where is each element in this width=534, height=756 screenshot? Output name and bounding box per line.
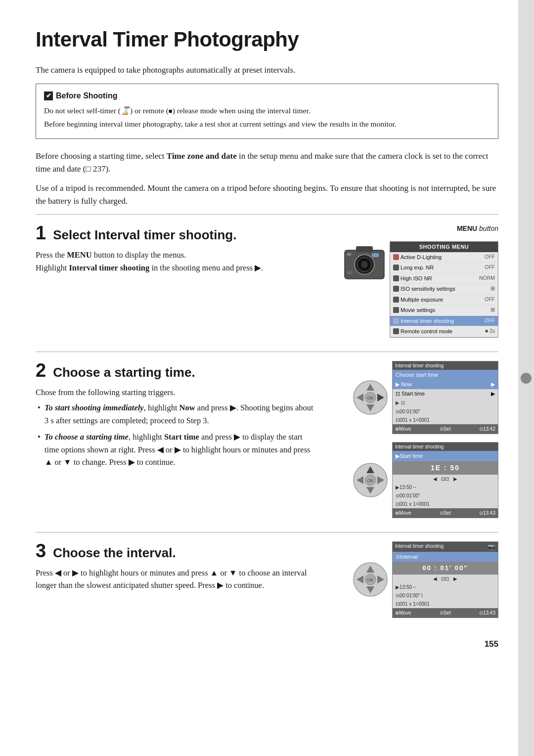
step-3-body: Press ◀ or ▶ to highlight hours or minut… [36,567,318,592]
body-para-1: Before choosing a starting time, select … [36,150,498,175]
svg-rect-7 [347,253,351,256]
svg-point-4 [361,261,368,268]
step-1-right: MENU button SHOOTING MENU [330,223,498,338]
svg-rect-6 [347,271,352,274]
right-page-icon [521,373,532,384]
right-page-bar [518,0,534,756]
svg-text:OK: OK [367,478,373,483]
step-1-number: 1 [36,223,46,242]
page-title: Interval Timer Photography [36,24,498,55]
svg-rect-1 [356,246,373,252]
step-1-section: 1 Select Interval timer shooting. Press … [36,223,498,338]
step-3-screen: Interval timer shooting 📷 ⊙Interval 00 :… [392,541,498,618]
step-3-left: 3 Choose the interval. Press ◀ or ▶ to h… [36,541,330,592]
step-3-screen-wrap: OK Interval timer shooting 📷 ⊙Interval 0… [353,541,498,618]
step-2-screen-1: Interval timer shooting Choose start tim… [392,361,498,435]
step-2-heading: 2 Choose a starting time. [36,361,318,382]
step-1-heading: 1 Select Interval timer shooting. [36,223,318,245]
step-3-right: OK Interval timer shooting 📷 ⊙Interval 0… [330,541,498,618]
check-icon: ✔ [44,91,53,100]
step-2-screen-2-wrap: OK Interval timer shooting ▶Start time 1… [353,442,498,518]
section-rule-1 [36,214,498,215]
svg-text:OK: OK [367,578,373,582]
svg-text:OK: OK [367,396,373,400]
step-1-camera-screen: SHOOTING MENU Active D-Lighting OFF Long… [390,241,498,338]
step-2-screen-2: Interval timer shooting ▶Start time 1E :… [392,442,498,518]
body-para-2: Use of a tripod is recommended. Mount th… [36,182,498,207]
intro-text: The camera is equipped to take photograp… [36,64,498,77]
step-2-section: 2 Choose a starting time. Chose from the… [36,361,498,518]
step-2-body: Chose from the following starting trigge… [36,386,318,469]
section-rule-2 [36,352,498,352]
step-1-left: 1 Select Interval timer shooting. Press … [36,223,330,274]
step-1-menu-label: MENU button [457,223,498,234]
step-2-left: 2 Choose a starting time. Chose from the… [36,361,330,473]
notice-line-2: Before beginning interval timer photogra… [44,118,490,130]
step-1-body: Press the MENU button to display the men… [36,249,318,274]
notice-title: ✔ Before Shooting [44,90,490,102]
step-2-title: Choose a starting time. [53,363,195,382]
section-rule-3 [36,532,498,533]
svg-rect-5 [372,253,379,257]
camera-body-icon [342,241,387,286]
step-2-number: 2 [36,361,46,380]
dpad-icon-2: OK [353,462,388,498]
dpad-icon-1: OK [353,380,388,415]
step-2-right: OK Interval timer shooting Choose start … [330,361,498,518]
dpad-icon-3: OK [353,562,388,597]
step-3-heading: 3 Choose the interval. [36,541,318,563]
notice-box: ✔ Before Shooting Do not select self-tim… [36,84,498,139]
step-3-title: Choose the interval. [53,543,176,563]
page-number: 155 [36,638,498,651]
step-3-section: 3 Choose the interval. Press ◀ or ▶ to h… [36,541,498,618]
step-1-title: Select Interval timer shooting. [53,225,236,245]
step-3-number: 3 [36,541,46,560]
notice-line-1: Do not select self-timer (⌛) or remote (… [44,105,490,116]
step-2-screen-1-wrap: OK Interval timer shooting Choose start … [353,361,498,435]
